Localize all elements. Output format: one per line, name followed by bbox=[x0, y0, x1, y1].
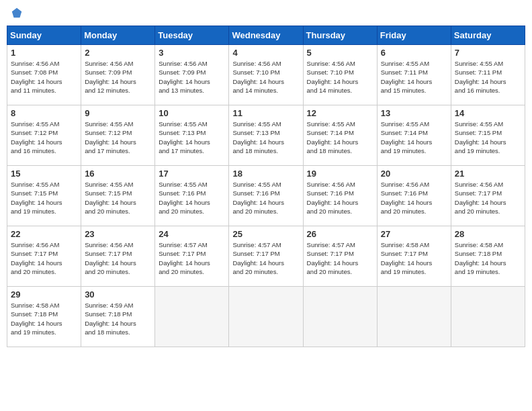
day-number: 24 bbox=[159, 229, 225, 239]
day-number: 29 bbox=[11, 289, 77, 300]
day-number: 5 bbox=[307, 48, 373, 58]
calendar-cell: 3Sunrise: 4:56 AMSunset: 7:09 PMDaylight… bbox=[155, 45, 229, 105]
day-number: 3 bbox=[159, 48, 225, 58]
calendar-cell: 6Sunrise: 4:55 AMSunset: 7:11 PMDaylight… bbox=[377, 45, 451, 105]
logo-icon bbox=[11, 7, 23, 19]
day-number: 20 bbox=[381, 169, 447, 179]
day-info: Sunrise: 4:57 AMSunset: 7:17 PMDaylight:… bbox=[232, 240, 299, 276]
day-info: Sunrise: 4:55 AMSunset: 7:16 PMDaylight:… bbox=[159, 180, 225, 216]
calendar-cell: 19Sunrise: 4:56 AMSunset: 7:16 PMDayligh… bbox=[303, 166, 377, 226]
calendar-header-row: SundayMondayTuesdayWednesdayThursdayFrid… bbox=[7, 26, 525, 45]
day-number: 15 bbox=[11, 169, 77, 179]
calendar-cell bbox=[229, 287, 303, 347]
calendar-cell: 16Sunrise: 4:55 AMSunset: 7:15 PMDayligh… bbox=[81, 166, 155, 226]
day-header-monday: Monday bbox=[81, 26, 155, 45]
calendar-cell: 11Sunrise: 4:55 AMSunset: 7:13 PMDayligh… bbox=[229, 105, 303, 166]
day-number: 10 bbox=[159, 108, 225, 118]
day-info: Sunrise: 4:55 AMSunset: 7:11 PMDaylight:… bbox=[381, 59, 447, 95]
day-info: Sunrise: 4:56 AMSunset: 7:09 PMDaylight:… bbox=[85, 59, 151, 95]
calendar-cell: 25Sunrise: 4:57 AMSunset: 7:17 PMDayligh… bbox=[229, 226, 303, 287]
day-info: Sunrise: 4:55 AMSunset: 7:14 PMDaylight:… bbox=[307, 120, 373, 155]
day-info: Sunrise: 4:55 AMSunset: 7:11 PMDaylight:… bbox=[455, 59, 521, 95]
calendar-cell: 15Sunrise: 4:55 AMSunset: 7:15 PMDayligh… bbox=[7, 166, 81, 226]
day-info: Sunrise: 4:55 AMSunset: 7:16 PMDaylight:… bbox=[232, 180, 299, 216]
day-number: 23 bbox=[85, 229, 151, 239]
day-number: 1 bbox=[11, 48, 77, 58]
week-row-3: 15Sunrise: 4:55 AMSunset: 7:15 PMDayligh… bbox=[7, 166, 525, 226]
day-number: 12 bbox=[307, 108, 373, 118]
calendar-cell bbox=[451, 287, 525, 347]
calendar-cell: 22Sunrise: 4:56 AMSunset: 7:17 PMDayligh… bbox=[7, 226, 81, 287]
day-header-friday: Friday bbox=[377, 26, 451, 45]
day-number: 14 bbox=[455, 108, 521, 118]
week-row-4: 22Sunrise: 4:56 AMSunset: 7:17 PMDayligh… bbox=[7, 226, 525, 287]
calendar-cell: 17Sunrise: 4:55 AMSunset: 7:16 PMDayligh… bbox=[155, 166, 229, 226]
calendar-cell: 23Sunrise: 4:56 AMSunset: 7:17 PMDayligh… bbox=[81, 226, 155, 287]
day-info: Sunrise: 4:56 AMSunset: 7:17 PMDaylight:… bbox=[455, 180, 521, 216]
calendar-cell: 27Sunrise: 4:58 AMSunset: 7:17 PMDayligh… bbox=[377, 226, 451, 287]
day-header-sunday: Sunday bbox=[7, 26, 81, 45]
day-number: 28 bbox=[455, 229, 521, 239]
day-info: Sunrise: 4:56 AMSunset: 7:16 PMDaylight:… bbox=[381, 180, 447, 216]
week-row-5: 29Sunrise: 4:58 AMSunset: 7:18 PMDayligh… bbox=[7, 287, 525, 347]
calendar-cell: 28Sunrise: 4:58 AMSunset: 7:18 PMDayligh… bbox=[451, 226, 525, 287]
calendar-cell: 20Sunrise: 4:56 AMSunset: 7:16 PMDayligh… bbox=[377, 166, 451, 226]
calendar-cell: 7Sunrise: 4:55 AMSunset: 7:11 PMDaylight… bbox=[451, 45, 525, 105]
calendar-cell: 24Sunrise: 4:57 AMSunset: 7:17 PMDayligh… bbox=[155, 226, 229, 287]
page-header bbox=[7, 7, 525, 21]
day-info: Sunrise: 4:58 AMSunset: 7:18 PMDaylight:… bbox=[11, 301, 77, 336]
day-header-thursday: Thursday bbox=[303, 26, 377, 45]
day-header-wednesday: Wednesday bbox=[229, 26, 303, 45]
day-info: Sunrise: 4:55 AMSunset: 7:15 PMDaylight:… bbox=[455, 120, 521, 155]
day-number: 4 bbox=[232, 48, 299, 58]
calendar-cell: 8Sunrise: 4:55 AMSunset: 7:12 PMDaylight… bbox=[7, 105, 81, 166]
calendar-cell bbox=[377, 287, 451, 347]
calendar-cell: 10Sunrise: 4:55 AMSunset: 7:13 PMDayligh… bbox=[155, 105, 229, 166]
day-number: 6 bbox=[381, 48, 447, 58]
day-number: 26 bbox=[307, 229, 373, 239]
day-number: 9 bbox=[85, 108, 151, 118]
day-info: Sunrise: 4:56 AMSunset: 7:17 PMDaylight:… bbox=[85, 240, 151, 276]
day-number: 8 bbox=[11, 108, 77, 118]
day-header-tuesday: Tuesday bbox=[155, 26, 229, 45]
day-info: Sunrise: 4:56 AMSunset: 7:17 PMDaylight:… bbox=[11, 240, 77, 276]
calendar-cell: 9Sunrise: 4:55 AMSunset: 7:12 PMDaylight… bbox=[81, 105, 155, 166]
calendar-cell bbox=[303, 287, 377, 347]
day-info: Sunrise: 4:58 AMSunset: 7:17 PMDaylight:… bbox=[381, 240, 447, 276]
calendar-cell: 2Sunrise: 4:56 AMSunset: 7:09 PMDaylight… bbox=[81, 45, 155, 105]
day-info: Sunrise: 4:55 AMSunset: 7:13 PMDaylight:… bbox=[232, 120, 299, 155]
day-info: Sunrise: 4:56 AMSunset: 7:08 PMDaylight:… bbox=[11, 59, 77, 95]
logo bbox=[9, 7, 23, 21]
calendar-cell: 12Sunrise: 4:55 AMSunset: 7:14 PMDayligh… bbox=[303, 105, 377, 166]
day-number: 13 bbox=[381, 108, 447, 118]
calendar-cell: 18Sunrise: 4:55 AMSunset: 7:16 PMDayligh… bbox=[229, 166, 303, 226]
calendar-cell: 29Sunrise: 4:58 AMSunset: 7:18 PMDayligh… bbox=[7, 287, 81, 347]
day-number: 21 bbox=[455, 169, 521, 179]
calendar-cell: 13Sunrise: 4:55 AMSunset: 7:14 PMDayligh… bbox=[377, 105, 451, 166]
day-number: 27 bbox=[381, 229, 447, 239]
day-number: 25 bbox=[232, 229, 299, 239]
day-info: Sunrise: 4:57 AMSunset: 7:17 PMDaylight:… bbox=[307, 240, 373, 276]
day-number: 11 bbox=[232, 108, 299, 118]
day-info: Sunrise: 4:55 AMSunset: 7:12 PMDaylight:… bbox=[85, 120, 151, 155]
day-number: 18 bbox=[232, 169, 299, 179]
calendar-cell: 4Sunrise: 4:56 AMSunset: 7:10 PMDaylight… bbox=[229, 45, 303, 105]
day-info: Sunrise: 4:55 AMSunset: 7:15 PMDaylight:… bbox=[11, 180, 77, 216]
calendar-cell bbox=[155, 287, 229, 347]
day-info: Sunrise: 4:56 AMSunset: 7:10 PMDaylight:… bbox=[232, 59, 299, 95]
day-info: Sunrise: 4:56 AMSunset: 7:16 PMDaylight:… bbox=[307, 180, 373, 216]
day-info: Sunrise: 4:58 AMSunset: 7:18 PMDaylight:… bbox=[455, 240, 521, 276]
day-number: 30 bbox=[85, 289, 151, 300]
day-number: 16 bbox=[85, 169, 151, 179]
day-info: Sunrise: 4:55 AMSunset: 7:14 PMDaylight:… bbox=[381, 120, 447, 155]
day-info: Sunrise: 4:57 AMSunset: 7:17 PMDaylight:… bbox=[159, 240, 225, 276]
day-number: 19 bbox=[307, 169, 373, 179]
calendar-cell: 14Sunrise: 4:55 AMSunset: 7:15 PMDayligh… bbox=[451, 105, 525, 166]
logo-text bbox=[9, 7, 23, 21]
day-number: 2 bbox=[85, 48, 151, 58]
day-info: Sunrise: 4:56 AMSunset: 7:09 PMDaylight:… bbox=[159, 59, 225, 95]
day-info: Sunrise: 4:55 AMSunset: 7:12 PMDaylight:… bbox=[11, 120, 77, 155]
day-header-saturday: Saturday bbox=[451, 26, 525, 45]
calendar-cell: 1Sunrise: 4:56 AMSunset: 7:08 PMDaylight… bbox=[7, 45, 81, 105]
day-number: 22 bbox=[11, 229, 77, 239]
